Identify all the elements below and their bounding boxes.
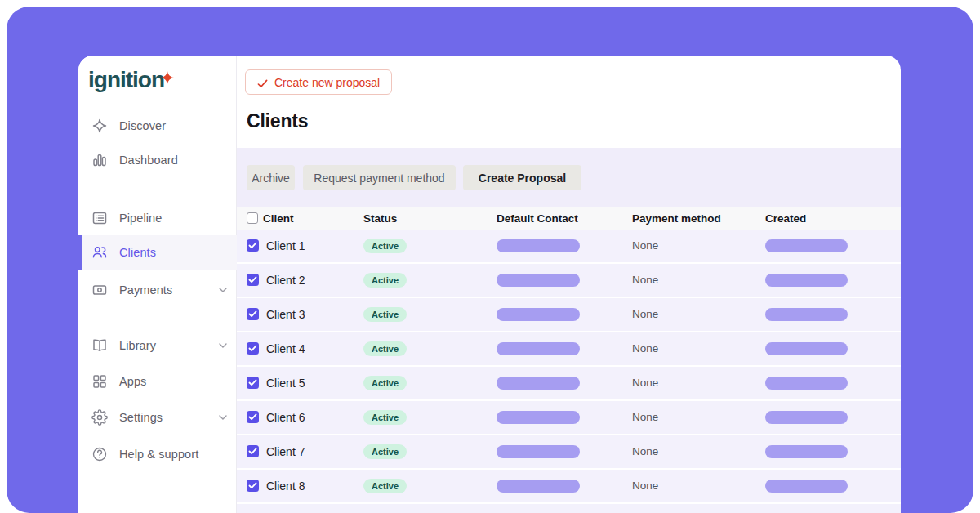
created-placeholder: [765, 480, 848, 493]
status-badge: Active: [363, 410, 407, 425]
client-name: Client 4: [266, 332, 305, 365]
sparkle-icon: [161, 64, 174, 77]
default-contact-placeholder: [497, 377, 580, 390]
table-row[interactable]: Client 3 Active None: [237, 298, 901, 331]
status-badge: Active: [363, 444, 407, 459]
sidebar-item-pipeline[interactable]: Pipeline: [78, 201, 237, 235]
payment-method-value: None: [632, 435, 658, 468]
payment-method-value: None: [632, 470, 658, 502]
main-content: Create new proposal Clients Archive Requ…: [237, 56, 901, 513]
check-icon: [257, 78, 268, 87]
sidebar-item-label: Help & support: [119, 437, 198, 471]
column-header-default-contact[interactable]: Default Contact: [497, 207, 578, 230]
row-checkbox[interactable]: [247, 274, 259, 286]
create-new-proposal-label: Create new proposal: [274, 76, 380, 89]
sidebar-item-label: Pipeline: [119, 201, 162, 235]
payment-method-value: None: [632, 298, 658, 331]
default-contact-placeholder: [497, 239, 580, 252]
create-new-proposal-button[interactable]: Create new proposal: [245, 69, 392, 95]
client-name: Client 1: [266, 230, 305, 262]
create-proposal-button[interactable]: Create Proposal: [463, 165, 581, 190]
payment-method-value: None: [632, 367, 658, 399]
created-placeholder: [765, 308, 848, 321]
table-row[interactable]: Client 6 Active None: [237, 401, 901, 434]
row-checkbox[interactable]: [247, 308, 259, 320]
settings-icon: [91, 409, 108, 426]
client-name: Client 7: [266, 435, 305, 468]
column-header-created[interactable]: Created: [765, 207, 806, 230]
discover-icon: [91, 118, 108, 134]
created-placeholder: [765, 377, 848, 390]
table-row[interactable]: Client 5 Active None: [237, 367, 901, 399]
created-placeholder: [765, 411, 848, 424]
client-name: Client 6: [266, 401, 305, 434]
chevron-down-icon: [219, 415, 227, 420]
sidebar-item-label: Dashboard: [119, 143, 178, 177]
sidebar-item-discover[interactable]: Discover: [78, 109, 237, 143]
sidebar-item-label: Apps: [119, 364, 146, 399]
active-indicator: [78, 235, 82, 270]
sidebar-item-dashboard[interactable]: Dashboard: [78, 143, 237, 177]
archive-button[interactable]: Archive: [247, 165, 295, 190]
table-row[interactable]: Client 7 Active None: [237, 435, 901, 468]
default-contact-placeholder: [497, 308, 580, 321]
sidebar-item-label: Library: [119, 328, 156, 363]
status-badge: Active: [363, 307, 407, 322]
sidebar-item-apps[interactable]: Apps: [78, 364, 237, 399]
sidebar-item-label: Payments: [119, 273, 172, 307]
table-row[interactable]: Client 8 Active None: [237, 470, 901, 502]
table-row[interactable]: Client 1 Active None: [237, 230, 901, 262]
sidebar-item-settings[interactable]: Settings: [78, 400, 237, 435]
chevron-down-icon: [219, 288, 227, 292]
default-contact-placeholder: [497, 445, 580, 458]
column-header-payment-method[interactable]: Payment method: [632, 207, 721, 230]
status-badge: Active: [363, 376, 407, 390]
table-header: Client Status Default Contact Payment me…: [237, 207, 901, 230]
default-contact-placeholder: [497, 480, 580, 493]
sidebar-item-label: Discover: [119, 109, 166, 143]
logo-text: ignition: [88, 67, 164, 92]
chevron-down-icon: [219, 343, 227, 348]
created-placeholder: [765, 239, 848, 252]
default-contact-placeholder: [497, 411, 580, 424]
row-checkbox[interactable]: [247, 411, 259, 423]
select-all-checkbox[interactable]: [247, 212, 258, 224]
payment-method-value: None: [632, 401, 658, 434]
client-name: Client 3: [266, 298, 305, 331]
column-header-client[interactable]: Client: [263, 207, 294, 230]
row-checkbox[interactable]: [247, 239, 259, 252]
created-placeholder: [765, 274, 848, 287]
payments-icon: [91, 282, 108, 298]
page-title: Clients: [247, 110, 308, 132]
bulk-actions-bar: Archive Request payment method Create Pr…: [237, 148, 901, 207]
clients-icon: [91, 244, 108, 261]
row-checkbox[interactable]: [247, 480, 259, 492]
apps-icon: [91, 373, 108, 390]
table-row[interactable]: Client 2 Active None: [237, 264, 901, 297]
row-checkbox[interactable]: [247, 445, 259, 457]
app-window: ignition Discover Dashboard Pipeline: [78, 56, 901, 513]
request-payment-method-button[interactable]: Request payment method: [303, 165, 456, 190]
sidebar-item-clients[interactable]: Clients: [78, 235, 237, 270]
table-row-partial: [237, 504, 901, 513]
sidebar-item-label: Clients: [119, 235, 156, 270]
payment-method-value: None: [632, 230, 658, 262]
sidebar-item-help[interactable]: Help & support: [78, 437, 237, 471]
payment-method-value: None: [632, 332, 658, 365]
row-checkbox[interactable]: [247, 342, 259, 355]
default-contact-placeholder: [497, 274, 580, 287]
table-body: Client 1 Active None Client 2 Active Non…: [237, 230, 901, 513]
client-name: Client 8: [266, 470, 305, 502]
client-name: Client 5: [266, 367, 305, 399]
client-name: Client 2: [266, 264, 305, 297]
status-badge: Active: [363, 273, 407, 288]
created-placeholder: [765, 342, 848, 355]
row-checkbox[interactable]: [247, 377, 259, 389]
column-header-status[interactable]: Status: [363, 207, 397, 230]
library-icon: [91, 337, 108, 354]
default-contact-placeholder: [497, 342, 580, 355]
payment-method-value: None: [632, 264, 658, 297]
sidebar-item-payments[interactable]: Payments: [78, 273, 237, 307]
sidebar-item-library[interactable]: Library: [78, 328, 237, 363]
table-row[interactable]: Client 4 Active None: [237, 332, 901, 365]
